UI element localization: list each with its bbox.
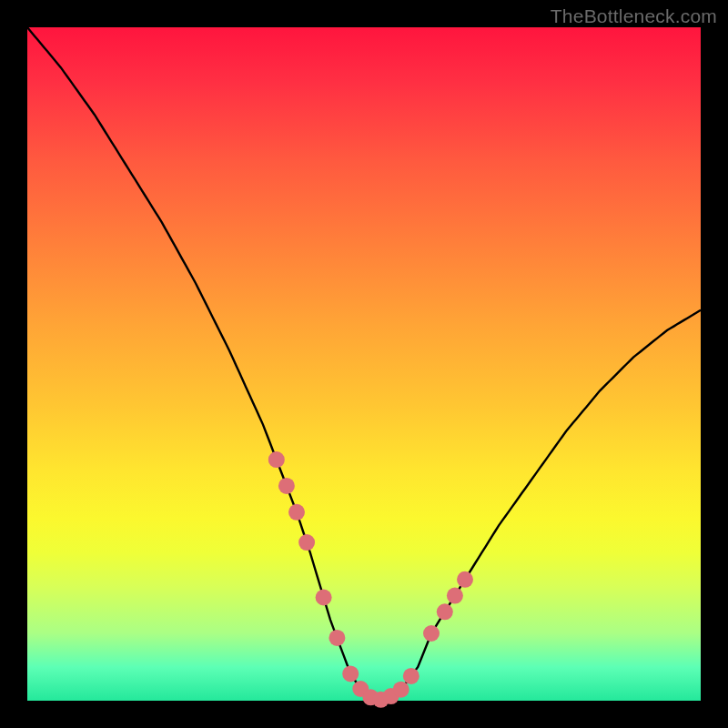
curve-marker [329, 630, 345, 646]
curve-marker [316, 590, 332, 606]
curve-marker [268, 451, 285, 468]
curve-path [27, 27, 701, 701]
curve-marker [457, 571, 473, 588]
curve-marker [298, 534, 315, 551]
curve-marker [437, 603, 453, 620]
curve-marker [288, 504, 305, 521]
curve-marker [342, 665, 359, 682]
watermark-text: TheBottleneck.com [551, 5, 717, 27]
bottleneck-curve [27, 27, 701, 701]
curve-marker [447, 588, 463, 604]
curve-marker [423, 625, 440, 642]
plot-area [27, 27, 701, 701]
curve-marker [278, 478, 295, 494]
curve-marker [403, 668, 420, 684]
curve-marker [393, 682, 410, 698]
chart-frame: TheBottleneck.com [0, 0, 728, 728]
